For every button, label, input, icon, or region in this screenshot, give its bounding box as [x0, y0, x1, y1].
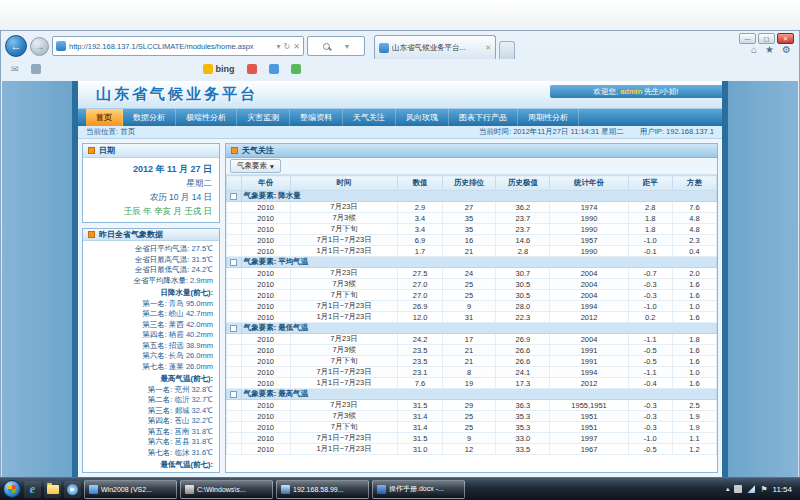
table-row[interactable]: 20107月23日2.92736.219742.87.6 — [227, 202, 717, 213]
ime-icon[interactable] — [734, 485, 742, 493]
section-title: 气象要素: 平均气温 — [241, 257, 716, 268]
table-row[interactable]: 20107月1日~7月23日26.9928.01994-1.01.0 — [227, 301, 717, 312]
toolbar-icon-red[interactable] — [247, 64, 257, 74]
nav-item[interactable]: 天气关注 — [343, 109, 396, 126]
stop-icon[interactable]: ✕ — [293, 42, 300, 51]
forward-button[interactable]: → — [30, 37, 49, 56]
back-button[interactable]: ← — [5, 35, 27, 57]
tab-close-icon[interactable]: ✕ — [485, 44, 491, 52]
table-row[interactable]: 20107月23日24.21726.92004-1.11.8 — [227, 334, 717, 345]
table-row[interactable]: 20107月1日~7月23日6.91614.61957-1.02.3 — [227, 235, 717, 246]
station-link[interactable]: 兖州 — [174, 385, 189, 394]
table-row[interactable]: 20101月1日~7月23日1.7212.81990-0.10.4 — [227, 246, 717, 257]
close-button[interactable]: ✕ — [777, 33, 794, 44]
table-cell: 12.0 — [398, 312, 442, 323]
station-link[interactable]: 泰山 — [174, 471, 189, 473]
element-filter-button[interactable]: 气象要素 ▾ — [230, 159, 281, 173]
station-link[interactable]: 崂山 — [169, 309, 184, 318]
table-row[interactable]: 20101月1日~7月23日7.61917.32012-0.41.6 — [227, 378, 717, 389]
section-checkbox[interactable] — [230, 259, 237, 266]
rank-label: 第四名: — [148, 416, 175, 425]
table-cell: 7月1日~7月23日 — [290, 433, 398, 444]
section-row: 气象要素: 最高气温 — [227, 389, 717, 400]
nav-item[interactable]: 灾害监测 — [237, 109, 290, 126]
table-row[interactable]: 20107月3候23.52126.61991-0.51.6 — [227, 345, 717, 356]
taskbar-button[interactable]: 操作手册.docx -... — [372, 480, 465, 499]
table-cell: 1月1日~7月23日 — [290, 378, 398, 389]
nav-item[interactable]: 整编资料 — [290, 109, 343, 126]
table-row[interactable]: 20107月3候3.43523.719901.84.8 — [227, 213, 717, 224]
explorer-folder-icon[interactable] — [44, 481, 61, 498]
page-viewport: 山东省气候业务平台 欢迎您, admin 先生/小姐! 首页数据分析极端性分析灾… — [2, 81, 798, 477]
welcome-username: admin — [620, 87, 642, 96]
section-checkbox[interactable] — [230, 193, 237, 200]
url-dropdown-icon[interactable]: ▾ — [277, 42, 281, 51]
action-center-flag-icon[interactable]: ⚑ — [760, 485, 767, 494]
station-link[interactable]: 长岛 — [169, 351, 184, 360]
table-row[interactable]: 20107月1日~7月23日31.5933.01997-1.01.1 — [227, 433, 717, 444]
table-row[interactable]: 20107月下旬31.42535.31951-0.31.9 — [227, 422, 717, 433]
table-cell: 31.0 — [398, 444, 442, 455]
station-link[interactable]: 临沂 — [174, 395, 189, 404]
address-bar[interactable]: http://192.168.137.1/SLCCLIMATE/modules/… — [52, 36, 304, 56]
taskbar-button[interactable]: 192.168.58.99... — [276, 480, 369, 499]
table-row[interactable]: 20101月1日~7月23日12.03122.320120.21.6 — [227, 312, 717, 323]
table-row[interactable]: 20107月下旬3.43523.719901.84.8 — [227, 224, 717, 235]
favorites-icon[interactable]: ★ — [765, 44, 774, 55]
nav-item[interactable]: 图表下行产品 — [449, 109, 518, 126]
taskbar-button[interactable]: C:\Windows\s... — [180, 480, 273, 499]
maximize-button[interactable]: ▢ — [758, 33, 775, 44]
start-button[interactable] — [3, 480, 21, 498]
station-link[interactable]: 苍山 — [174, 416, 189, 425]
bing-toolbar[interactable]: bing — [203, 64, 235, 74]
table-row[interactable]: 20107月3候31.42535.31951-0.31.9 — [227, 411, 717, 422]
station-link[interactable]: 莱西 — [169, 320, 184, 329]
search-box[interactable]: ▾ — [307, 36, 365, 56]
section-checkbox[interactable] — [230, 325, 237, 332]
refresh-icon[interactable]: ↻ — [284, 42, 291, 51]
internet-explorer-icon[interactable]: e — [24, 481, 41, 498]
settings-icon[interactable]: ⚙ — [782, 44, 791, 55]
station-link[interactable]: 蓬莱 — [169, 362, 184, 371]
home-icon[interactable]: ⌂ — [751, 44, 757, 55]
send-icon[interactable] — [31, 64, 41, 74]
section-checkbox[interactable] — [230, 391, 237, 398]
table-row[interactable]: 20107月下旬27.02530.52004-0.31.6 — [227, 290, 717, 301]
taskbar-button[interactable]: Win2008 (VS2... — [84, 480, 177, 499]
table-row[interactable]: 20101月1日~7月23日31.01233.51967-0.51.2 — [227, 444, 717, 455]
browser-tab[interactable]: 山东省气候业务平台... ✕ — [374, 35, 496, 59]
rank-value: 32.4℃ — [189, 406, 213, 415]
url-text[interactable]: http://192.168.137.1/SLCCLIMATE/modules/… — [69, 42, 274, 51]
station-link[interactable]: 莒县 — [174, 437, 189, 446]
table-cell: 33.0 — [496, 433, 550, 444]
network-icon[interactable] — [747, 485, 755, 493]
search-dropdown-icon[interactable]: ▾ — [345, 42, 349, 51]
nav-item[interactable]: 数据分析 — [123, 109, 176, 126]
nav-item[interactable]: 风向玫瑰 — [396, 109, 449, 126]
nav-item[interactable]: 周期性分析 — [518, 109, 579, 126]
station-link[interactable]: 临沭 — [174, 448, 189, 457]
toolbar-icon-green[interactable] — [291, 64, 301, 74]
toolbar-icon-blue[interactable] — [269, 64, 279, 74]
table-row[interactable]: 20107月下旬23.52126.61991-0.51.6 — [227, 356, 717, 367]
new-tab-button[interactable] — [499, 41, 515, 59]
table-row[interactable]: 20107月23日27.52430.72004-0.72.0 — [227, 268, 717, 279]
table-row[interactable]: 20107月23日31.52936.31955,1951-0.32.5 — [227, 400, 717, 411]
taskbar-clock[interactable]: 11:54 — [773, 485, 792, 494]
station-link[interactable]: 招远 — [169, 341, 184, 350]
media-player-icon[interactable]: ▶ — [64, 481, 81, 498]
minimize-button[interactable]: — — [739, 33, 756, 44]
nav-item[interactable]: 极端性分析 — [176, 109, 237, 126]
station-link[interactable]: 莒南 — [174, 427, 189, 436]
table-row[interactable]: 20107月1日~7月23日23.1824.11994-1.11.0 — [227, 367, 717, 378]
table-cell: -0.7 — [628, 268, 672, 279]
table-cell: 2010 — [241, 411, 290, 422]
nav-item[interactable]: 首页 — [86, 109, 123, 126]
station-link[interactable]: 栖霞 — [169, 330, 184, 339]
station-link[interactable]: 郯城 — [174, 406, 189, 415]
hidden-icons-arrow[interactable]: ▴ — [726, 485, 730, 493]
table-row[interactable]: 20107月3候27.02530.52004-0.31.6 — [227, 279, 717, 290]
station-link[interactable]: 青岛 — [169, 299, 184, 308]
column-header: 统计年份 — [550, 176, 628, 191]
mail-icon[interactable]: ✉ — [11, 64, 19, 74]
